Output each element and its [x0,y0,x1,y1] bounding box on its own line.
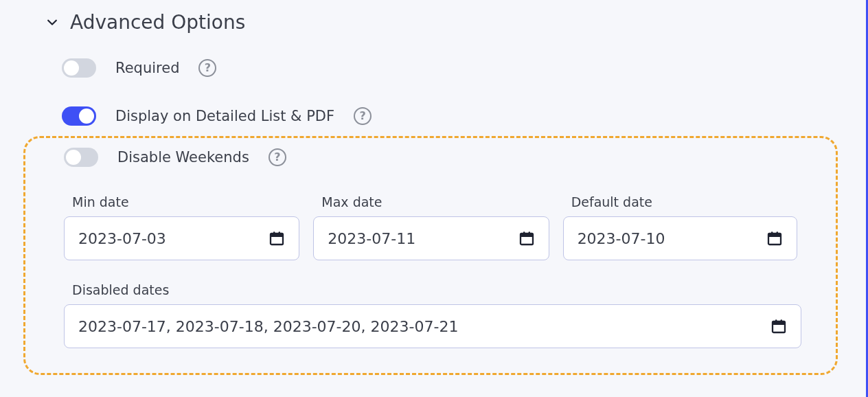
required-label: Required [115,60,179,76]
disabled-dates-field: Disabled dates 2023-07-17, 2023-07-18, 2… [64,282,797,348]
svg-rect-14 [775,319,777,322]
default-date-input[interactable]: 2023-07-10 [563,216,797,260]
max-date-input[interactable]: 2023-07-11 [313,216,549,260]
svg-rect-15 [781,319,782,322]
default-date-label: Default date [563,194,797,209]
section-title: Advanced Options [70,11,245,34]
max-date-label: Max date [313,194,549,209]
highlighted-region: Disable Weekends ? Min date 2023-07-03 [23,136,838,375]
calendar-icon[interactable] [269,230,285,247]
required-option: Required ? [62,58,866,78]
min-date-value: 2023-07-03 [78,230,269,247]
disabled-dates-input[interactable]: 2023-07-17, 2023-07-18, 2023-07-20, 2023… [64,304,801,348]
disable-weekends-toggle[interactable] [64,148,98,167]
section-header[interactable]: Advanced Options [45,11,866,34]
calendar-icon[interactable] [518,230,535,247]
svg-rect-2 [273,231,275,234]
disabled-dates-value: 2023-07-17, 2023-07-18, 2023-07-20, 2023… [78,318,770,335]
svg-rect-7 [528,231,529,234]
help-icon[interactable]: ? [354,107,372,125]
max-date-value: 2023-07-11 [328,230,518,247]
svg-rect-5 [521,234,533,237]
display-option: Display on Detailed List & PDF ? [62,106,866,126]
help-icon[interactable]: ? [198,59,216,77]
svg-rect-11 [777,231,778,234]
help-icon[interactable]: ? [269,148,286,166]
disable-weekends-label: Disable Weekends [117,149,249,166]
max-date-field: Max date 2023-07-11 [313,194,549,260]
date-fields-row: Min date 2023-07-03 Max date [64,194,797,260]
settings-panel: Advanced Options Required ? Display on D… [0,0,868,397]
svg-rect-10 [771,231,773,234]
min-date-input[interactable]: 2023-07-03 [64,216,299,260]
svg-rect-6 [523,231,525,234]
svg-rect-3 [279,231,280,234]
chevron-down-icon [45,16,59,30]
calendar-icon[interactable] [766,230,783,247]
required-toggle[interactable] [62,58,96,78]
calendar-icon[interactable] [770,318,787,334]
min-date-field: Min date 2023-07-03 [64,194,299,260]
display-label: Display on Detailed List & PDF [115,108,334,124]
disable-weekends-option: Disable Weekends ? [64,148,797,167]
display-toggle[interactable] [62,106,96,126]
svg-rect-1 [271,234,283,237]
svg-rect-9 [768,234,781,237]
disabled-dates-label: Disabled dates [64,282,797,297]
default-date-value: 2023-07-10 [578,230,766,247]
min-date-label: Min date [64,194,299,209]
default-date-field: Default date 2023-07-10 [563,194,797,260]
svg-rect-13 [773,321,785,325]
